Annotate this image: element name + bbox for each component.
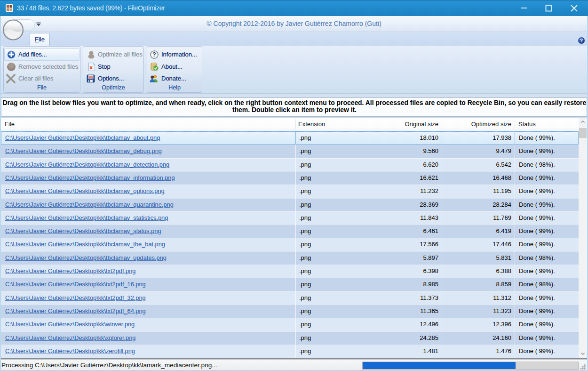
svg-text:?: ? <box>152 51 156 58</box>
